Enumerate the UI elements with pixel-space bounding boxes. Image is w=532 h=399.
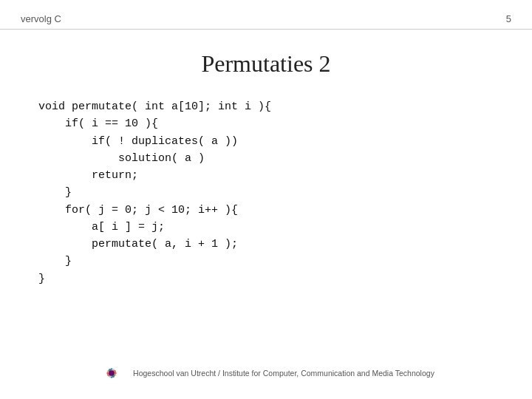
slide-number: 5: [506, 13, 511, 24]
code-line-4: solution( a ): [38, 150, 532, 167]
code-line-2: if( i == 10 ){: [38, 115, 532, 132]
code-line-6: }: [38, 184, 532, 201]
slide-heading: Permutaties 2: [0, 50, 532, 78]
code-line-5: return;: [38, 167, 532, 184]
header-title: vervolg C: [21, 13, 61, 24]
code-line-10: }: [38, 253, 532, 270]
slide-title-area: Permutaties 2: [0, 50, 532, 78]
code-line-1: void permutate( int a[10]; int i ){: [38, 98, 532, 115]
code-line-7: for( j = 0; j < 10; i++ ){: [38, 202, 532, 219]
slide-header: vervolg C 5: [0, 0, 532, 30]
university-logo: [98, 359, 126, 387]
svg-point-6: [109, 370, 115, 376]
code-block: void permutate( int a[10]; int i ){ if( …: [38, 98, 532, 287]
code-line-3: if( ! duplicates( a )): [38, 133, 532, 150]
footer-text: Hogeschool van Utrecht / Institute for C…: [133, 369, 434, 378]
code-line-9: permutate( a, i + 1 );: [38, 236, 532, 253]
slide-footer: Hogeschool van Utrecht / Institute for C…: [0, 359, 532, 387]
code-line-11: }: [38, 270, 532, 287]
code-line-8: a[ i ] = j;: [38, 219, 532, 236]
